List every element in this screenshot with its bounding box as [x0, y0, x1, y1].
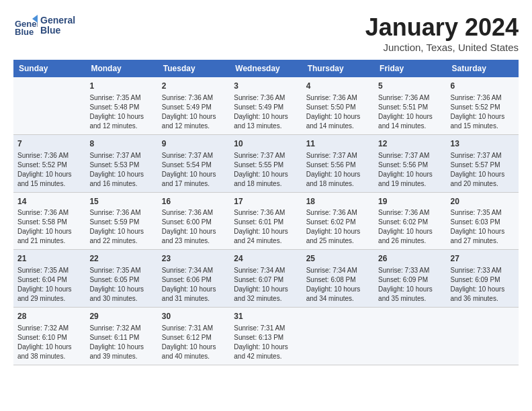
calendar-cell: 20Sunrise: 7:35 AM Sunset: 6:03 PM Dayli…	[447, 192, 519, 250]
day-number: 17	[234, 196, 298, 208]
calendar-cell: 7Sunrise: 7:36 AM Sunset: 5:52 PM Daylig…	[13, 134, 85, 192]
day-number: 8	[89, 138, 153, 150]
cell-details: Sunrise: 7:36 AM Sunset: 6:02 PM Dayligh…	[378, 208, 442, 246]
cell-details: Sunrise: 7:37 AM Sunset: 5:54 PM Dayligh…	[162, 151, 226, 189]
day-number: 26	[378, 253, 442, 265]
cell-details: Sunrise: 7:31 AM Sunset: 6:13 PM Dayligh…	[234, 324, 298, 361]
calendar-cell: 23Sunrise: 7:34 AM Sunset: 6:06 PM Dayli…	[158, 250, 230, 308]
page-header: General Blue General Blue January 2024 J…	[13, 13, 519, 53]
calendar-cell	[13, 77, 85, 134]
day-number: 24	[234, 253, 298, 265]
day-number: 3	[234, 81, 298, 92]
calendar-cell: 19Sunrise: 7:36 AM Sunset: 6:02 PM Dayli…	[374, 192, 446, 250]
calendar-cell	[302, 308, 374, 365]
calendar-cell: 1Sunrise: 7:35 AM Sunset: 5:48 PM Daylig…	[85, 77, 157, 134]
day-number: 16	[162, 196, 226, 208]
day-number: 18	[306, 196, 370, 208]
calendar-cell: 14Sunrise: 7:36 AM Sunset: 5:58 PM Dayli…	[13, 192, 85, 250]
calendar-table: SundayMondayTuesdayWednesdayThursdayFrid…	[13, 60, 519, 365]
calendar-cell: 12Sunrise: 7:37 AM Sunset: 5:56 PM Dayli…	[374, 134, 446, 192]
calendar-cell: 22Sunrise: 7:35 AM Sunset: 6:05 PM Dayli…	[85, 250, 157, 308]
calendar-cell: 8Sunrise: 7:37 AM Sunset: 5:53 PM Daylig…	[85, 134, 157, 192]
calendar-cell: 6Sunrise: 7:36 AM Sunset: 5:52 PM Daylig…	[447, 77, 519, 134]
day-number: 14	[17, 196, 81, 208]
cell-details: Sunrise: 7:36 AM Sunset: 6:02 PM Dayligh…	[306, 208, 370, 246]
calendar-cell: 15Sunrise: 7:36 AM Sunset: 5:59 PM Dayli…	[85, 192, 157, 250]
day-number: 20	[451, 196, 515, 208]
calendar-cell: 4Sunrise: 7:36 AM Sunset: 5:50 PM Daylig…	[302, 77, 374, 134]
cell-details: Sunrise: 7:35 AM Sunset: 6:04 PM Dayligh…	[17, 266, 81, 304]
calendar-cell	[374, 308, 446, 365]
calendar-cell: 16Sunrise: 7:36 AM Sunset: 6:00 PM Dayli…	[158, 192, 230, 250]
cell-details: Sunrise: 7:34 AM Sunset: 6:06 PM Dayligh…	[162, 266, 226, 304]
cell-details: Sunrise: 7:34 AM Sunset: 6:08 PM Dayligh…	[306, 266, 370, 304]
day-number: 11	[306, 138, 370, 150]
day-number: 15	[89, 196, 153, 208]
calendar-cell: 17Sunrise: 7:36 AM Sunset: 6:01 PM Dayli…	[230, 192, 302, 250]
cell-details: Sunrise: 7:36 AM Sunset: 5:49 PM Dayligh…	[234, 93, 298, 131]
calendar-cell	[447, 308, 519, 365]
day-number: 29	[89, 311, 153, 322]
day-number: 25	[306, 253, 370, 265]
calendar-cell: 30Sunrise: 7:31 AM Sunset: 6:12 PM Dayli…	[158, 308, 230, 365]
day-number: 6	[451, 81, 515, 92]
cell-details: Sunrise: 7:35 AM Sunset: 6:05 PM Dayligh…	[89, 266, 153, 304]
calendar-cell: 28Sunrise: 7:32 AM Sunset: 6:10 PM Dayli…	[13, 308, 85, 365]
cell-details: Sunrise: 7:33 AM Sunset: 6:09 PM Dayligh…	[378, 266, 442, 304]
day-number: 31	[234, 311, 298, 322]
day-number: 22	[89, 253, 153, 265]
cell-details: Sunrise: 7:37 AM Sunset: 5:57 PM Dayligh…	[451, 151, 515, 189]
calendar-cell: 13Sunrise: 7:37 AM Sunset: 5:57 PM Dayli…	[447, 134, 519, 192]
cell-details: Sunrise: 7:36 AM Sunset: 6:01 PM Dayligh…	[234, 208, 298, 246]
logo-text: General Blue	[40, 15, 75, 36]
month-title: January 2024	[365, 13, 519, 42]
weekday-header: Sunday	[13, 60, 85, 77]
calendar-cell: 21Sunrise: 7:35 AM Sunset: 6:04 PM Dayli…	[13, 250, 85, 308]
location-title: Junction, Texas, United States	[365, 42, 519, 53]
calendar-cell: 2Sunrise: 7:36 AM Sunset: 5:49 PM Daylig…	[158, 77, 230, 134]
calendar-cell: 3Sunrise: 7:36 AM Sunset: 5:49 PM Daylig…	[230, 77, 302, 134]
calendar-week-row: 28Sunrise: 7:32 AM Sunset: 6:10 PM Dayli…	[13, 308, 519, 365]
day-number: 28	[17, 311, 81, 322]
day-number: 19	[378, 196, 442, 208]
calendar-cell: 31Sunrise: 7:31 AM Sunset: 6:13 PM Dayli…	[230, 308, 302, 365]
cell-details: Sunrise: 7:35 AM Sunset: 5:48 PM Dayligh…	[89, 93, 153, 131]
cell-details: Sunrise: 7:36 AM Sunset: 5:58 PM Dayligh…	[17, 208, 81, 246]
cell-details: Sunrise: 7:37 AM Sunset: 5:56 PM Dayligh…	[306, 151, 370, 189]
day-number: 27	[451, 253, 515, 265]
calendar-week-row: 21Sunrise: 7:35 AM Sunset: 6:04 PM Dayli…	[13, 250, 519, 308]
day-number: 5	[378, 81, 442, 92]
cell-details: Sunrise: 7:33 AM Sunset: 6:09 PM Dayligh…	[451, 266, 515, 304]
cell-details: Sunrise: 7:35 AM Sunset: 6:03 PM Dayligh…	[451, 208, 515, 246]
day-number: 30	[162, 311, 226, 322]
cell-details: Sunrise: 7:36 AM Sunset: 5:49 PM Dayligh…	[162, 93, 226, 131]
cell-details: Sunrise: 7:36 AM Sunset: 5:50 PM Dayligh…	[306, 93, 370, 131]
calendar-cell: 27Sunrise: 7:33 AM Sunset: 6:09 PM Dayli…	[447, 250, 519, 308]
title-area: January 2024 Junction, Texas, United Sta…	[365, 13, 519, 53]
weekday-header: Monday	[85, 60, 157, 77]
calendar-week-row: 14Sunrise: 7:36 AM Sunset: 5:58 PM Dayli…	[13, 192, 519, 250]
weekday-header: Friday	[374, 60, 446, 77]
day-number: 13	[451, 138, 515, 150]
day-number: 10	[234, 138, 298, 150]
day-number: 23	[162, 253, 226, 265]
day-number: 12	[378, 138, 442, 150]
calendar-cell: 11Sunrise: 7:37 AM Sunset: 5:56 PM Dayli…	[302, 134, 374, 192]
calendar-week-row: 1Sunrise: 7:35 AM Sunset: 5:48 PM Daylig…	[13, 77, 519, 134]
cell-details: Sunrise: 7:36 AM Sunset: 5:59 PM Dayligh…	[89, 208, 153, 246]
calendar-cell: 9Sunrise: 7:37 AM Sunset: 5:54 PM Daylig…	[158, 134, 230, 192]
cell-details: Sunrise: 7:36 AM Sunset: 6:00 PM Dayligh…	[162, 208, 226, 246]
calendar-cell: 29Sunrise: 7:32 AM Sunset: 6:11 PM Dayli…	[85, 308, 157, 365]
day-number: 4	[306, 81, 370, 92]
cell-details: Sunrise: 7:36 AM Sunset: 5:51 PM Dayligh…	[378, 93, 442, 131]
cell-details: Sunrise: 7:32 AM Sunset: 6:10 PM Dayligh…	[17, 324, 81, 361]
svg-text:Blue: Blue	[15, 27, 34, 37]
day-number: 1	[89, 81, 153, 92]
calendar-week-row: 7Sunrise: 7:36 AM Sunset: 5:52 PM Daylig…	[13, 134, 519, 192]
cell-details: Sunrise: 7:34 AM Sunset: 6:07 PM Dayligh…	[234, 266, 298, 304]
calendar-cell: 5Sunrise: 7:36 AM Sunset: 5:51 PM Daylig…	[374, 77, 446, 134]
calendar-cell: 10Sunrise: 7:37 AM Sunset: 5:55 PM Dayli…	[230, 134, 302, 192]
calendar-cell: 26Sunrise: 7:33 AM Sunset: 6:09 PM Dayli…	[374, 250, 446, 308]
weekday-header-row: SundayMondayTuesdayWednesdayThursdayFrid…	[13, 60, 519, 77]
cell-details: Sunrise: 7:37 AM Sunset: 5:53 PM Dayligh…	[89, 151, 153, 189]
